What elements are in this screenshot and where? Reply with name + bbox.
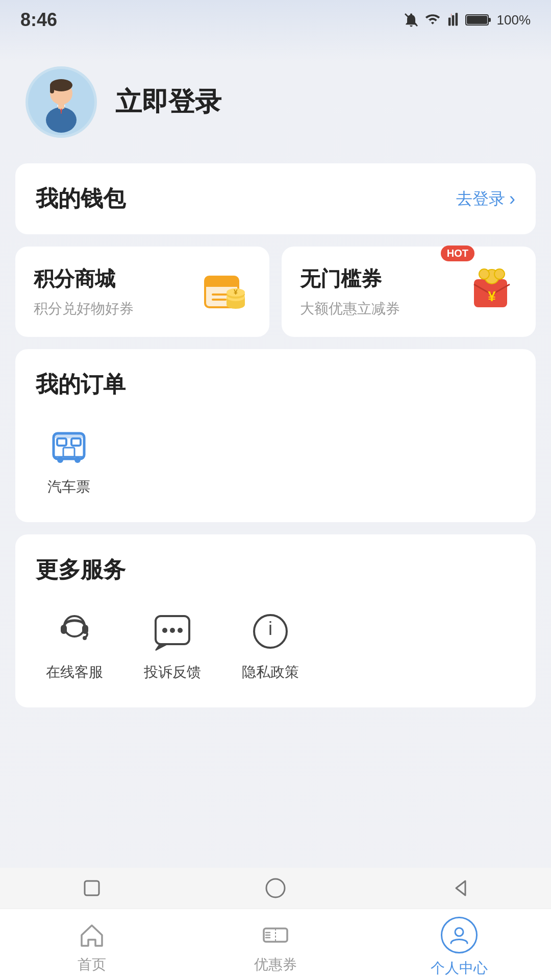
wallet-card[interactable]: 我的钱包 去登录 › bbox=[15, 163, 536, 234]
square-nav-icon bbox=[81, 877, 103, 899]
svg-rect-2 bbox=[452, 15, 454, 26]
svg-point-39 bbox=[74, 457, 81, 463]
points-store-icon: ¥ bbox=[200, 266, 251, 317]
signal-icon: ! bbox=[446, 12, 460, 28]
profile-section[interactable]: 立即登录 bbox=[15, 46, 536, 163]
points-row: 积分商城 积分兑好物好券 ¥ bbox=[15, 247, 536, 337]
coupon-card[interactable]: HOT 无门槛券 大额优惠立减券 ¥ bbox=[282, 247, 536, 337]
svg-rect-35 bbox=[71, 438, 81, 446]
avatar-image bbox=[28, 69, 94, 135]
status-time: 8:46 bbox=[20, 9, 57, 31]
status-icons: ! 100% bbox=[403, 12, 531, 28]
login-prompt[interactable]: 立即登录 bbox=[115, 84, 221, 120]
square-button[interactable] bbox=[78, 874, 106, 902]
svg-point-44 bbox=[83, 636, 87, 640]
back-button[interactable] bbox=[445, 874, 473, 902]
bottom-navigation: 首页 优惠券 个人中心 bbox=[0, 909, 551, 980]
orders-title: 我的订单 bbox=[36, 370, 515, 400]
nav-item-coupons[interactable]: 优惠券 bbox=[184, 920, 367, 974]
svg-point-41 bbox=[64, 616, 85, 636]
points-store-card[interactable]: 积分商城 积分兑好物好券 ¥ bbox=[15, 247, 269, 337]
profile-nav-icon bbox=[448, 924, 470, 946]
wallet-title: 我的钱包 bbox=[36, 184, 126, 214]
svg-rect-15 bbox=[58, 104, 64, 109]
bus-ticket-icon bbox=[46, 423, 92, 469]
headset-icon bbox=[52, 608, 97, 654]
svg-rect-1 bbox=[448, 17, 450, 26]
feedback-icon bbox=[149, 608, 195, 654]
services-card: 更多服务 在线客服 bbox=[15, 534, 536, 707]
svg-point-59 bbox=[455, 928, 463, 936]
circle-nav-icon bbox=[263, 876, 288, 900]
service-item-customer[interactable]: 在线客服 bbox=[46, 608, 103, 682]
svg-point-31 bbox=[479, 269, 489, 279]
svg-marker-53 bbox=[456, 881, 465, 895]
svg-text:¥: ¥ bbox=[488, 288, 496, 304]
avatar[interactable] bbox=[26, 66, 97, 138]
back-nav-icon bbox=[448, 877, 470, 899]
svg-rect-34 bbox=[57, 438, 66, 446]
svg-rect-3 bbox=[455, 13, 458, 26]
svg-text:¥: ¥ bbox=[234, 288, 238, 296]
svg-point-38 bbox=[57, 457, 63, 463]
nav-item-home[interactable]: 首页 bbox=[0, 920, 184, 974]
bell-muted-icon bbox=[403, 12, 419, 28]
svg-point-48 bbox=[178, 628, 183, 633]
services-icons: 在线客服 投诉反馈 i bbox=[36, 603, 515, 687]
nav-item-profile[interactable]: 个人中心 bbox=[367, 917, 551, 978]
svg-rect-51 bbox=[85, 881, 99, 895]
nav-label-coupons: 优惠券 bbox=[254, 955, 297, 974]
service-label-privacy: 隐私政策 bbox=[242, 663, 299, 682]
svg-point-46 bbox=[162, 628, 167, 633]
svg-text:i: i bbox=[268, 618, 272, 639]
service-label-feedback: 投诉反馈 bbox=[144, 663, 201, 682]
service-item-privacy[interactable]: i 隐私政策 bbox=[242, 608, 299, 682]
battery-percentage: 100% bbox=[497, 12, 531, 28]
coupon-nav-icon bbox=[261, 920, 290, 950]
wifi-icon bbox=[424, 12, 441, 28]
battery-icon bbox=[465, 13, 492, 27]
system-nav-bar bbox=[0, 868, 551, 909]
svg-rect-36 bbox=[63, 448, 74, 457]
nav-label-profile: 个人中心 bbox=[431, 959, 488, 978]
nav-label-home: 首页 bbox=[78, 955, 106, 974]
orders-icons: 汽车票 bbox=[36, 418, 515, 502]
svg-rect-7 bbox=[488, 18, 491, 22]
svg-point-30 bbox=[494, 269, 505, 279]
svg-rect-42 bbox=[61, 625, 67, 634]
points-store-info: 积分商城 积分兑好物好券 bbox=[34, 265, 134, 318]
orders-card: 我的订单 汽车票 bbox=[15, 349, 536, 522]
svg-point-52 bbox=[266, 879, 285, 897]
svg-rect-11 bbox=[50, 84, 54, 93]
chevron-right-icon: › bbox=[509, 188, 515, 210]
svg-text:!: ! bbox=[450, 13, 452, 17]
coupon-icon: ¥ bbox=[466, 266, 517, 317]
service-label-customer: 在线客服 bbox=[46, 663, 103, 682]
profile-nav-circle bbox=[441, 917, 478, 953]
circle-button[interactable] bbox=[261, 874, 290, 902]
order-item-bus[interactable]: 汽车票 bbox=[46, 423, 92, 497]
svg-rect-19 bbox=[205, 284, 238, 287]
order-label-bus: 汽车票 bbox=[47, 477, 90, 497]
coupon-info: 无门槛券 大额优惠立减券 bbox=[300, 265, 400, 318]
wallet-login-link[interactable]: 去登录 › bbox=[456, 188, 515, 210]
home-nav-icon bbox=[77, 920, 107, 950]
services-title: 更多服务 bbox=[36, 555, 515, 585]
svg-rect-6 bbox=[467, 16, 487, 24]
svg-point-47 bbox=[170, 628, 175, 633]
svg-rect-37 bbox=[54, 433, 84, 438]
hot-badge: HOT bbox=[441, 246, 474, 261]
status-bar: 8:46 ! 100% bbox=[0, 0, 551, 36]
service-item-feedback[interactable]: 投诉反馈 bbox=[144, 608, 201, 682]
info-icon: i bbox=[247, 608, 293, 654]
